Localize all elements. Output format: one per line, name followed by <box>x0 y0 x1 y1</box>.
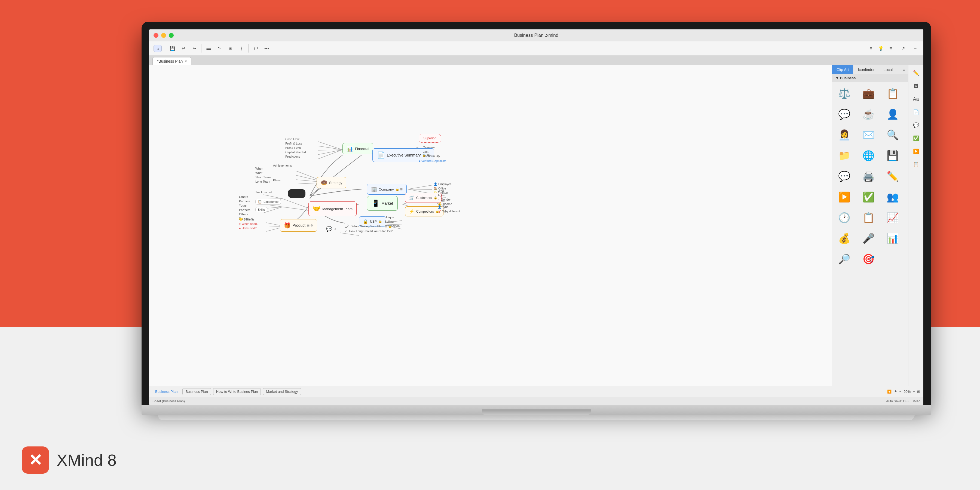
iconfinder-tab[interactable]: Iconfinder <box>853 65 879 74</box>
panel-icon-coffee[interactable]: ☕ <box>859 105 878 124</box>
filter-icon[interactable]: 🔽 <box>887 390 891 394</box>
panel-icon-table[interactable]: 📊 <box>883 229 902 248</box>
traffic-light-yellow[interactable] <box>161 33 166 38</box>
more-button[interactable]: ••• <box>263 45 270 52</box>
clip-art-tab[interactable]: Clip Art <box>832 65 853 74</box>
panel-icon-pencil[interactable]: ✏️ <box>883 167 902 186</box>
panel-icon-coin[interactable]: 💰 <box>834 229 854 248</box>
management-team-node[interactable]: 🤝 Management Team <box>309 202 356 216</box>
panel-icon-mic[interactable]: 🎤 <box>859 229 878 248</box>
panel-section: ▼ Business <box>832 74 908 82</box>
panel-icon-list[interactable]: 📋 <box>859 208 878 228</box>
toolbar-sep-4 <box>897 45 897 52</box>
panel-icon-chat[interactable]: 💬 <box>834 105 854 124</box>
business-plan-tab[interactable]: *Business Plan × <box>153 57 191 65</box>
panel-icon-target[interactable]: 🎯 <box>859 249 878 269</box>
rt-icon-7[interactable]: ▶️ <box>911 146 921 157</box>
strategy-node[interactable]: 🍩 Strategy <box>317 177 346 188</box>
marker-button[interactable]: 🏷 <box>252 45 259 52</box>
traffic-light-red[interactable] <box>154 33 158 38</box>
mindmap-canvas[interactable]: 📊 Financial Cash Flow Profit & Loss Brea… <box>149 65 832 386</box>
rt-icon-8[interactable]: 📋 <box>911 159 921 170</box>
eye-icon[interactable]: 👁 <box>894 390 897 394</box>
home-button[interactable]: ⌂ <box>154 45 162 52</box>
panel-icon-balance[interactable]: ⚖️ <box>834 84 854 103</box>
panel-icon-play[interactable]: ▶️ <box>834 187 854 207</box>
last-label: Last <box>423 150 428 153</box>
zoom-fit[interactable]: ⊞ <box>917 390 920 394</box>
financial-node[interactable]: 📊 Financial <box>342 143 373 154</box>
panel-icon-zoom[interactable]: 🔎 <box>834 249 854 269</box>
svg-line-27 <box>283 199 312 210</box>
toolbar-right-share[interactable]: ↗ <box>899 45 907 52</box>
rt-icon-3[interactable]: Aa <box>911 94 921 105</box>
center-node[interactable] <box>288 189 305 198</box>
panel-icon-email[interactable]: ✉️ <box>859 125 878 145</box>
toolbar-right-light[interactable]: 💡 <box>877 45 885 52</box>
status-tab-3[interactable]: How to Write Busines Plan <box>213 388 261 395</box>
panel-icon-bubble[interactable]: 💬 <box>834 167 854 186</box>
panel-icon-team[interactable]: 👥 <box>883 187 902 207</box>
laptop-screen: Business Plan .xmind ⌂ 💾 ↩ ↪ ▬ 〜 ⊞ } <box>149 29 923 405</box>
status-tab-2[interactable]: Business Plan <box>182 388 211 395</box>
style-button[interactable]: 〜 <box>216 45 223 52</box>
selling-label: Selling <box>385 220 394 223</box>
panel-icon-woman[interactable]: 👩‍💼 <box>834 125 854 145</box>
panel-icon-save[interactable]: 💾 <box>883 146 902 165</box>
status-right: 🔽 👁 − 90% + ⊞ <box>887 390 920 394</box>
panel-icon-search[interactable]: 🔍 <box>883 125 902 145</box>
svg-line-28 <box>264 195 283 199</box>
toolbar-right-list[interactable]: ≡ <box>887 45 894 52</box>
rt-icon-6[interactable]: ✅ <box>911 133 921 144</box>
xmind-logo-x: ✕ <box>29 450 42 469</box>
experience-label: 📋 Experience <box>255 199 281 205</box>
panel-icon-chart[interactable]: 📈 <box>883 208 902 228</box>
panel-icon-briefcase[interactable]: 💼 <box>859 84 878 103</box>
status-tab-4[interactable]: Market and Strategy <box>263 388 301 395</box>
bracket-button[interactable]: } <box>237 45 245 52</box>
panel-more[interactable]: ≡ <box>899 65 908 74</box>
market-node[interactable]: 📱 Market <box>367 196 398 211</box>
zoom-minus[interactable]: − <box>899 390 902 394</box>
local-tab[interactable]: Local <box>879 65 897 74</box>
tab-close-button[interactable]: × <box>185 59 187 63</box>
tab-bar: *Business Plan × <box>149 56 923 65</box>
rt-icon-4[interactable]: 📄 <box>911 107 921 118</box>
connect-button[interactable]: ⊞ <box>226 45 234 52</box>
layout-button[interactable]: ▬ <box>205 45 212 52</box>
customers-node[interactable]: 🛒 Customers 🔒 <box>405 193 442 203</box>
undo-button[interactable]: ↩ <box>180 45 187 52</box>
panel-icon-print[interactable]: 🖨️ <box>859 167 878 186</box>
window-title: Business Plan .xmind <box>514 33 558 38</box>
traffic-light-green[interactable] <box>169 33 174 38</box>
product-node[interactable]: 🎁 Product ⊞ ⚙ <box>280 219 317 232</box>
redo-button[interactable]: ↪ <box>190 45 198 52</box>
panel-icon-globe[interactable]: 🌐 <box>859 146 878 165</box>
how-long-label: ○ How Long Should Your Plan Be? <box>345 229 393 233</box>
panel-icon-person[interactable]: 👤 <box>883 105 902 124</box>
panel-icon-folder[interactable]: 📁 <box>834 146 854 165</box>
info-bar-right: Auto Save: OFF iMac <box>886 399 920 403</box>
company-node[interactable]: 🏢 Company 🔒 ⊞ <box>367 184 407 195</box>
panel-icon-clock[interactable]: 🕐 <box>834 208 854 228</box>
gender-label: ♀ Gender <box>438 198 451 201</box>
achievements-label: Achievements <box>273 164 292 167</box>
toolbar-right-lines[interactable]: ≡ <box>867 45 875 52</box>
rt-icon-1[interactable]: ✏️ <box>911 67 921 78</box>
panel-icon-clipboard[interactable]: 📋 <box>883 84 902 103</box>
continuously-label: Continuously <box>423 154 440 158</box>
panel-icon-check[interactable]: ✅ <box>859 187 878 207</box>
toolbar-right-arrow[interactable]: → <box>912 45 919 52</box>
others2-label: Others <box>239 213 248 216</box>
rt-icon-5[interactable]: 💬 <box>911 120 921 130</box>
save-button[interactable]: 💾 <box>169 45 176 52</box>
svg-line-2 <box>318 150 342 150</box>
what-label: What <box>255 171 262 175</box>
partners-mgmt-label: Partners <box>239 200 250 203</box>
status-tab-1[interactable]: Business Plan <box>153 388 180 395</box>
right-toolbar: ✏️ 🖼 Aa 📄 💬 ✅ ▶️ 📋 <box>908 65 923 386</box>
zoom-plus[interactable]: + <box>913 390 915 394</box>
rt-icon-2[interactable]: 🖼 <box>911 81 921 91</box>
yours-label: Yours <box>239 204 247 207</box>
svg-line-0 <box>318 142 342 150</box>
